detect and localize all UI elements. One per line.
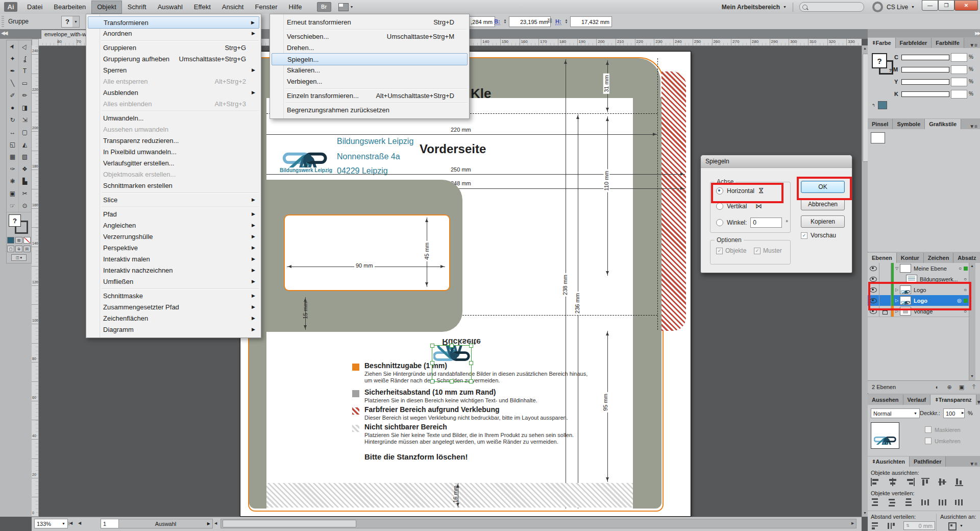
layer-name[interactable]: Meine Ebene — [914, 266, 959, 272]
channel-y-slider[interactable] — [901, 79, 949, 85]
artboard-tool[interactable] — [7, 187, 19, 200]
menu-item-diagramm[interactable]: Diagramm — [88, 324, 259, 335]
scale-tool[interactable] — [19, 114, 31, 126]
width-stepper[interactable] — [502, 16, 508, 26]
submenu-item-spiegeln[interactable]: Spiegeln... — [272, 53, 468, 65]
visibility-icon[interactable] — [870, 266, 877, 271]
menu-item-anordnen[interactable]: Anordnen — [88, 28, 259, 39]
width-field[interactable]: 23,195 mm — [509, 16, 551, 27]
search-input[interactable] — [799, 2, 864, 12]
panel-menu-icon[interactable] — [969, 461, 977, 467]
layer-row-meine-ebene[interactable]: Meine Ebene — [868, 263, 969, 274]
menu-item-slice[interactable]: Slice — [88, 194, 259, 205]
help-dropdown[interactable] — [72, 16, 80, 28]
channel-y-value[interactable] — [951, 78, 967, 86]
pen-tool[interactable] — [7, 65, 19, 77]
channel-k-slider[interactable] — [901, 91, 949, 97]
fill-proxy[interactable]: ? — [872, 53, 887, 68]
channel-c-slider[interactable] — [901, 55, 949, 60]
menu-hilfe[interactable]: Hilfe — [283, 1, 308, 14]
menu-item-transparenz-reduzieren[interactable]: Transparenz reduzieren... — [88, 135, 259, 146]
menu-item-umwandeln[interactable]: Umwandeln... — [88, 112, 259, 124]
type-tool[interactable] — [19, 65, 31, 77]
minimize-button[interactable] — [922, 0, 938, 11]
menu-item-angleichen[interactable]: Angleichen — [88, 220, 259, 231]
tab-zeichen[interactable]: Zeichen — [924, 253, 954, 263]
control-bar-grip[interactable] — [2, 16, 4, 27]
channel-c-value[interactable] — [951, 53, 967, 62]
menu-item-zeichenflaechen[interactable]: Zeichenflächen — [88, 312, 259, 324]
align-middle-v-button[interactable] — [938, 478, 948, 486]
tab-verlauf[interactable]: Verlauf — [903, 395, 931, 405]
panel-menu-icon[interactable] — [976, 399, 980, 405]
restore-button[interactable] — [938, 0, 954, 11]
menu-objekt[interactable]: Objekt — [91, 1, 122, 14]
spacing-vertical-button[interactable] — [871, 522, 881, 530]
align-to-button[interactable] — [947, 521, 963, 529]
menu-schrift[interactable]: Schrift — [122, 1, 152, 14]
fill-stroke-proxy[interactable]: ? — [8, 214, 30, 235]
slice-tool[interactable] — [19, 187, 31, 200]
align-left-button[interactable] — [871, 478, 881, 486]
tab-pathfinder[interactable]: Pathfinder — [910, 456, 946, 467]
tab-grafikstile[interactable]: Grafikstile — [925, 119, 961, 129]
link-dimensions-icon[interactable] — [547, 18, 552, 23]
menu-item-interaktiv-nachzeichnen[interactable]: Interaktiv nachzeichnen — [88, 264, 259, 276]
lock-icon[interactable] — [883, 310, 888, 315]
expand-dock-icon[interactable] — [975, 31, 980, 36]
layers-scrollbar[interactable] — [969, 263, 975, 380]
menu-auswahl[interactable]: Auswahl — [152, 1, 188, 14]
hand-tool[interactable] — [7, 200, 19, 212]
symbol-sprayer-tool[interactable] — [7, 175, 19, 187]
menu-item-ausblenden[interactable]: Ausblenden — [88, 87, 259, 98]
kopieren-button[interactable]: Kopieren — [801, 215, 845, 228]
rectangle-tool[interactable] — [19, 77, 31, 89]
visibility-icon[interactable] — [870, 277, 877, 282]
distribute-center-button[interactable] — [938, 498, 948, 506]
menu-effekt[interactable]: Effekt — [188, 1, 216, 14]
align-right-button[interactable] — [904, 478, 915, 486]
menu-bearbeiten[interactable]: Bearbeiten — [48, 1, 91, 14]
shape-builder-tool[interactable] — [7, 138, 19, 151]
submenu-item-verbiegen[interactable]: Verbiegen... — [272, 76, 468, 87]
submenu-item-einzeln-transformieren[interactable]: Einzeln transformieren...Alt+Umschalttas… — [272, 90, 468, 101]
chevron-down-icon[interactable] — [911, 5, 915, 9]
tab-symbole[interactable]: Symbole — [893, 119, 925, 129]
menu-item-schnittmarken-erstellen[interactable]: Schnittmarken erstellen — [88, 180, 259, 191]
menu-item-gruppieren[interactable]: GruppierenStrg+G — [88, 42, 259, 53]
height-field[interactable]: 17,432 mm — [570, 16, 612, 27]
scroll-left-icon[interactable] — [214, 521, 217, 525]
menu-item-umfliessen[interactable]: Umfließen — [88, 276, 259, 287]
tab-kontur[interactable]: Kontur — [897, 253, 924, 263]
magic-wand-tool[interactable] — [7, 53, 19, 65]
scroll-up-icon[interactable] — [863, 46, 867, 50]
submenu-item-skalieren[interactable]: Skalieren... — [272, 64, 468, 76]
layer-name[interactable]: Bildungswerk... — [920, 276, 964, 282]
draw-inside-button[interactable] — [23, 246, 31, 252]
distribute-left-button[interactable] — [921, 498, 932, 506]
tab-ausrichten[interactable]: Ausrichten — [868, 456, 910, 467]
height-stepper[interactable] — [564, 16, 569, 26]
radio-icon[interactable] — [716, 219, 723, 226]
channel-m-slider[interactable] — [901, 67, 949, 73]
menu-item-interaktiv-malen[interactable]: Interaktiv malen — [88, 253, 259, 264]
workspace-switcher[interactable]: Mein Arbeitsbereich — [722, 4, 780, 11]
distribute-bottom-button[interactable] — [904, 498, 915, 506]
blend-tool[interactable] — [19, 163, 31, 175]
tab-ebenen[interactable]: Ebenen — [868, 253, 897, 263]
eyedropper-tool[interactable] — [7, 163, 19, 175]
new-layer-icon[interactable] — [955, 384, 968, 391]
opacity-slider-icon[interactable] — [962, 410, 964, 415]
expand-icon[interactable] — [894, 266, 900, 271]
horizontal-scrollbar-thumb[interactable] — [223, 520, 356, 527]
winkel-radio[interactable]: Winkel: 0 ° — [716, 218, 788, 228]
umkehren-checkbox[interactable]: Umkehren — [925, 438, 961, 444]
tab-farbe[interactable]: Farbe — [868, 38, 896, 48]
panel-menu-icon[interactable] — [969, 124, 977, 129]
target-icon[interactable] — [959, 266, 962, 271]
align-bottom-button[interactable] — [955, 478, 965, 486]
eraser-tool[interactable] — [19, 102, 31, 114]
tab-farbfelder[interactable]: Farbfelder — [896, 38, 932, 48]
prev-page-button[interactable] — [76, 519, 84, 527]
column-graph-tool[interactable] — [19, 175, 31, 187]
